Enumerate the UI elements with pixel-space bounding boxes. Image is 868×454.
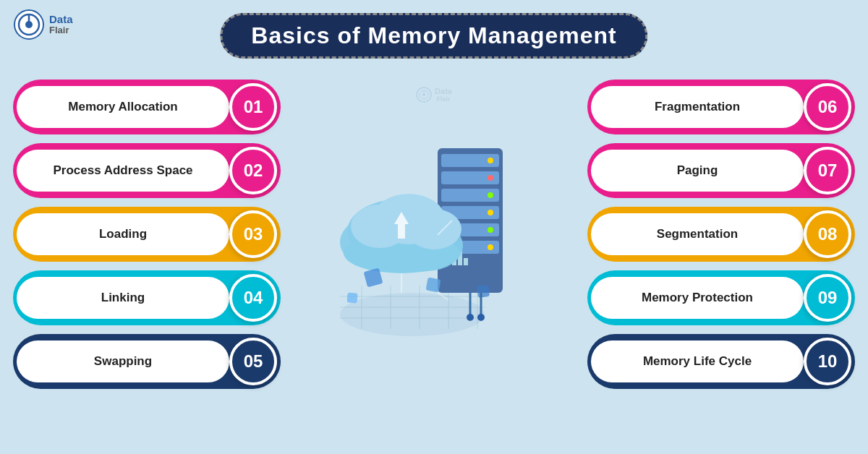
item-label-05: Swapping [17, 340, 229, 382]
item-card-09: 09Memory Protection [587, 270, 855, 325]
logo-sub: Flair [49, 25, 73, 35]
item-label-08: Segmentation [591, 213, 804, 255]
item-number-04: 04 [229, 274, 277, 322]
item-card-04: Linking04 [13, 270, 281, 325]
page-title: Basics of Memory Management [251, 22, 616, 49]
item-label-10: Memory Life Cycle [591, 340, 804, 382]
item-number-05: 05 [229, 338, 277, 385]
svg-point-27 [488, 210, 493, 215]
svg-rect-44 [346, 292, 357, 303]
logo-brand: Data [49, 14, 73, 26]
item-card-10: 10Memory Life Cycle [587, 334, 855, 389]
item-label-01: Memory Allocation [17, 86, 229, 128]
center-illustration: DataFlair [318, 80, 550, 369]
item-card-01: Memory Allocation01 [13, 80, 281, 134]
item-label-02: Process Address Space [17, 150, 229, 192]
svg-point-29 [488, 244, 493, 250]
item-number-03: 03 [229, 210, 277, 258]
item-number-07: 07 [804, 147, 851, 194]
item-card-08: 08Segmentation [587, 207, 855, 262]
item-card-02: Process Address Space02 [13, 143, 281, 198]
logo-text: Data Flair [49, 14, 73, 36]
item-number-10: 10 [804, 338, 851, 385]
item-number-08: 08 [804, 210, 851, 258]
item-card-06: 06Fragmentation [587, 80, 855, 134]
item-card-07: 07Paging [587, 143, 855, 198]
svg-point-39 [407, 209, 461, 249]
logo-icon [13, 9, 45, 40]
svg-point-24 [488, 158, 493, 163]
item-number-06: 06 [804, 83, 851, 131]
item-label-06: Fragmentation [591, 86, 804, 128]
logo: Data Flair [13, 9, 73, 40]
svg-rect-43 [477, 285, 490, 298]
svg-point-51 [477, 314, 485, 321]
svg-rect-42 [426, 278, 441, 293]
item-card-03: Loading03 [13, 207, 281, 262]
svg-point-26 [488, 192, 493, 198]
svg-point-25 [488, 175, 493, 181]
svg-point-50 [467, 314, 474, 321]
item-number-09: 09 [804, 274, 851, 322]
item-label-09: Memory Protection [591, 277, 804, 319]
item-number-02: 02 [229, 147, 277, 194]
title-bar: Basics of Memory Management [220, 13, 647, 59]
item-label-04: Linking [17, 277, 229, 319]
server-cloud-illustration [326, 90, 542, 358]
item-number-01: 01 [229, 83, 277, 131]
item-label-07: Paging [591, 150, 804, 192]
right-items: 06Fragmentation07Paging08Segmentation09M… [587, 80, 855, 389]
left-items: Memory Allocation01Process Address Space… [13, 80, 281, 389]
item-label-03: Loading [17, 213, 229, 255]
svg-point-28 [488, 227, 493, 233]
svg-rect-32 [464, 258, 468, 265]
item-card-05: Swapping05 [13, 334, 281, 389]
